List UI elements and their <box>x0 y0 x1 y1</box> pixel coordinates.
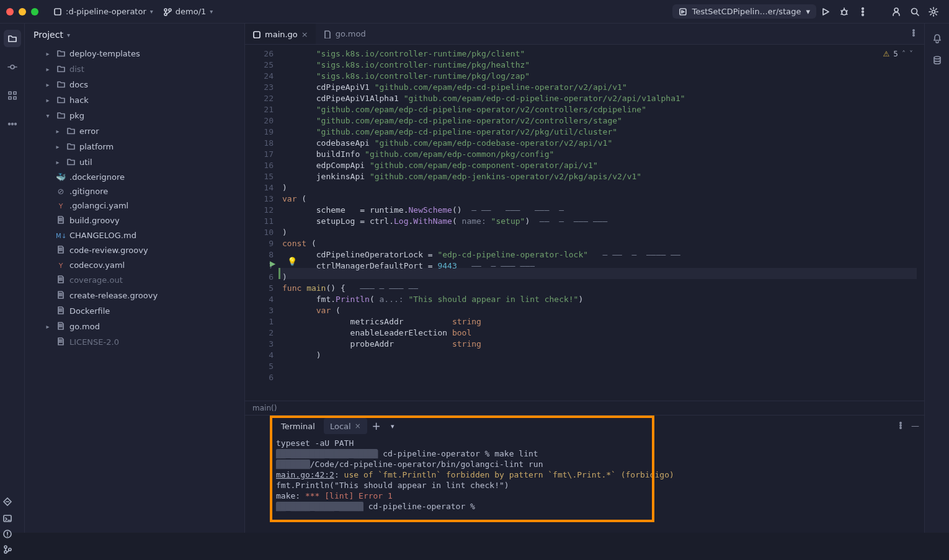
more-actions-button[interactable] <box>853 2 872 21</box>
file-icon <box>323 30 332 38</box>
terminal-output[interactable]: typeset -aU PATH▇▇ ▇▇▇▇▇▇▇ ▇▇▇▇ ▇▇▇▇▇ cd… <box>270 437 924 515</box>
branch-icon <box>163 7 172 16</box>
svg-rect-4 <box>680 9 686 15</box>
next-highlight-button[interactable]: ˅ <box>909 50 913 58</box>
tab-go-mod[interactable]: go.mod <box>316 24 373 44</box>
tree-item[interactable]: build.groovy <box>29 213 242 228</box>
tree-chevron-icon: ▸ <box>43 66 52 73</box>
file-icon <box>56 215 66 226</box>
yaml-icon: Y <box>56 260 66 270</box>
tree-item[interactable]: coverage.out <box>29 272 242 288</box>
intention-bulb-icon[interactable]: 💡 <box>287 257 297 266</box>
tree-chevron-icon: ▸ <box>53 143 62 150</box>
services-tool-button[interactable] <box>2 497 12 509</box>
svg-point-6 <box>862 7 864 9</box>
terminal-tab[interactable]: Terminal <box>275 418 321 434</box>
zoom-window-icon[interactable] <box>31 8 38 16</box>
tree-chevron-icon: ▾ <box>43 112 52 119</box>
tree-item[interactable]: ▸docs <box>29 77 242 92</box>
tree-item[interactable]: create-release.groovy <box>29 288 242 303</box>
project-name: :d-pipeline-operator <box>66 7 146 16</box>
notifications-button[interactable] <box>932 33 942 45</box>
problems-tool-button[interactable] <box>2 529 12 541</box>
tab-overflow-button[interactable] <box>909 29 924 39</box>
editor-breadcrumb[interactable]: main() <box>245 401 924 415</box>
folder-icon <box>56 48 66 59</box>
code-editor[interactable]: ⚠ 5 ˄ ˅ ▶ 💡 2625242322212019181716151413… <box>245 45 924 401</box>
terminal-tool-button[interactable] <box>2 513 12 525</box>
tree-item[interactable]: ▸error <box>29 123 242 139</box>
bug-icon <box>839 7 849 17</box>
run-config-selector[interactable]: TestSetCDPipelin…er/stage ▾ <box>672 4 816 19</box>
svg-point-10 <box>912 8 917 14</box>
docker-icon: 🐳 <box>56 172 66 182</box>
tree-item[interactable]: ▸deploy-templates <box>29 46 242 61</box>
new-terminal-button[interactable]: + <box>370 421 383 432</box>
md-icon: M↓ <box>56 231 66 240</box>
main-shell: Project ▾ ▸deploy-templates▸dist▸docs▸ha… <box>0 24 949 533</box>
svg-point-17 <box>8 123 10 125</box>
tree-item[interactable]: Dockerfile <box>29 303 242 319</box>
project-tree[interactable]: ▸deploy-templates▸dist▸docs▸hack▾pkg▸err… <box>25 46 244 353</box>
branch-selector[interactable]: demo/1 ▾ <box>158 7 218 16</box>
hide-panel-button[interactable]: — <box>911 421 919 432</box>
search-everywhere-button[interactable] <box>906 2 924 21</box>
settings-button[interactable] <box>924 2 943 21</box>
tree-item[interactable]: 🐳.dockerignore <box>29 170 242 184</box>
minimize-window-icon[interactable] <box>19 8 26 16</box>
tree-item[interactable]: ▸dist <box>29 61 242 77</box>
yaml-icon: Y <box>56 201 66 210</box>
debug-button[interactable] <box>835 2 853 21</box>
prev-highlight-button[interactable]: ˄ <box>902 50 906 58</box>
terminal-session-label: Local <box>330 422 351 431</box>
terminal-session-tab[interactable]: Local × <box>324 418 367 434</box>
code-with-me-button[interactable] <box>887 2 906 21</box>
svg-point-22 <box>913 32 914 33</box>
tree-item[interactable]: LICENSE-2.0 <box>29 334 242 350</box>
chevron-down-icon: ▾ <box>806 7 810 16</box>
database-tool-button[interactable] <box>932 55 942 67</box>
editor-code[interactable]: "sigs.k8s.io/controller-runtime/pkg/clie… <box>278 45 924 401</box>
vcs-tool-button[interactable] <box>2 544 12 556</box>
inspection-widget[interactable]: ⚠ 5 ˄ ˅ <box>883 50 913 58</box>
tab-main-go[interactable]: main.go × <box>245 24 316 44</box>
sidebar-header[interactable]: Project ▾ <box>25 24 244 46</box>
warning-count: 5 <box>893 50 898 58</box>
tree-item[interactable]: ▸hack <box>29 92 242 108</box>
terminal-icon <box>2 513 12 523</box>
tree-item-label: deploy-templates <box>69 49 140 58</box>
close-tab-button[interactable]: × <box>301 30 308 39</box>
file-icon <box>56 275 66 285</box>
project-icon <box>53 7 62 16</box>
terminal-options-button[interactable] <box>896 421 905 432</box>
current-line-highlight <box>278 268 917 279</box>
structure-tool-button[interactable] <box>4 87 21 104</box>
warning-icon: ⚠ <box>883 50 890 58</box>
tree-item[interactable]: ▸go.mod <box>29 319 242 334</box>
svg-point-19 <box>14 123 16 125</box>
tree-item[interactable]: Ycodecov.yaml <box>29 258 242 272</box>
tree-item[interactable]: ▾pkg <box>29 108 242 123</box>
project-selector[interactable]: :d-pipeline-operator ▾ <box>48 7 158 16</box>
window-controls[interactable] <box>6 8 38 16</box>
tree-item[interactable]: code-review.groovy <box>29 242 242 258</box>
run-gutter-icon[interactable]: ▶ <box>270 259 275 268</box>
tree-item-label: .dockerignore <box>69 172 125 182</box>
run-button[interactable] <box>816 2 835 21</box>
commit-tool-button[interactable] <box>4 58 21 76</box>
tree-item-label: dist <box>69 64 84 74</box>
ignore-icon: ⊘ <box>56 187 66 196</box>
tree-item[interactable]: ▸util <box>29 154 242 170</box>
tree-item[interactable]: ⊘.gitignore <box>29 184 242 198</box>
tree-item[interactable]: M↓CHANGELOG.md <box>29 228 242 242</box>
more-tools-button[interactable] <box>4 115 21 133</box>
project-tool-button[interactable] <box>4 30 21 47</box>
svg-point-12 <box>11 65 14 69</box>
terminal-dropdown-button[interactable]: ▾ <box>386 421 399 432</box>
svg-point-21 <box>913 30 914 31</box>
close-window-icon[interactable] <box>6 8 14 16</box>
tree-chevron-icon: ▸ <box>53 128 62 135</box>
tree-item[interactable]: ▸platform <box>29 139 242 154</box>
tree-item[interactable]: Y.golangci.yaml <box>29 198 242 213</box>
close-session-button[interactable]: × <box>355 422 361 430</box>
